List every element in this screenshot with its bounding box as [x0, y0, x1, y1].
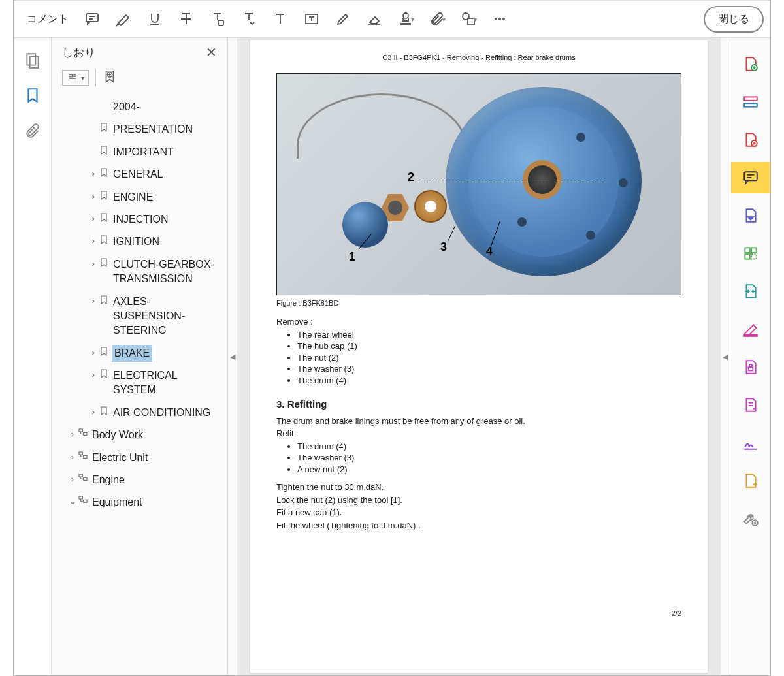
chevron-icon[interactable]: ›	[88, 191, 99, 202]
collapse-right-handle[interactable]: ◀	[721, 38, 730, 675]
bookmark-item[interactable]: ›ELECTRICAL SYSTEM	[54, 364, 227, 402]
chevron-icon[interactable]: ›	[67, 474, 78, 485]
bookmark-label: CLUTCH-GEARBOX-TRANSMISSION	[113, 259, 214, 284]
svg-rect-18	[84, 477, 87, 480]
bookmark-item[interactable]: ⌄Equipment	[54, 491, 227, 513]
text-note-icon[interactable]	[203, 5, 232, 33]
bookmark-icon	[99, 190, 112, 204]
more-tools-icon[interactable]	[731, 503, 770, 534]
protect-icon[interactable]	[731, 351, 770, 383]
bookmark-item[interactable]: ›AXLES-SUSPENSION-STEERING	[54, 291, 227, 342]
chevron-icon[interactable]: ›	[88, 258, 99, 270]
text-icon[interactable]	[266, 5, 295, 33]
create-pdf-icon[interactable]	[731, 48, 770, 80]
svg-rect-14	[84, 433, 87, 436]
bookmark-item[interactable]: PRESENTATION	[54, 118, 227, 140]
svg-rect-0	[86, 14, 98, 22]
attachments-icon[interactable]	[24, 121, 42, 140]
svg-rect-27	[751, 248, 757, 253]
highlight-icon[interactable]	[109, 5, 138, 33]
bookmarks-tree[interactable]: 2004-PRESENTATIONIMPORTANT›GENERAL›ENGIN…	[52, 93, 227, 675]
chevron-icon[interactable]: ›	[67, 451, 78, 463]
svg-point-6	[495, 18, 497, 20]
bookmarks-icon[interactable]	[24, 86, 42, 105]
bookmark-item[interactable]: ›AIR CONDITIONING	[54, 402, 227, 424]
text-callout-icon[interactable]	[235, 5, 263, 33]
bookmark-item[interactable]: IMPORTANT	[54, 141, 227, 163]
refit-title: Refit :	[276, 428, 681, 440]
bookmark-item[interactable]: ›ENGINE	[54, 186, 227, 208]
chevron-icon[interactable]: ›	[88, 406, 99, 418]
chevron-icon[interactable]: ›	[88, 235, 99, 247]
new-bookmark-icon[interactable]	[103, 69, 117, 86]
refit-heading: 3. Refitting	[276, 398, 681, 411]
export-pdf-icon[interactable]	[731, 200, 770, 231]
tree-icon	[78, 495, 91, 509]
more-icon[interactable]	[485, 5, 514, 33]
bookmark-item[interactable]: ›GENERAL	[54, 163, 227, 185]
bookmark-item[interactable]: 2004-	[54, 96, 227, 118]
svg-rect-9	[27, 54, 35, 65]
document-scroll[interactable]: C3 II - B3FG4PK1 - Removing - Refitting …	[237, 38, 721, 675]
combine-icon[interactable]	[731, 86, 770, 118]
fig-label-1: 1	[349, 250, 355, 264]
bookmark-item[interactable]: ›CLUTCH-GEARBOX-TRANSMISSION	[54, 253, 227, 291]
chevron-icon[interactable]: ›	[88, 347, 99, 359]
list-item: The hub cap (1)	[297, 340, 681, 352]
bookmark-label: PRESENTATION	[113, 123, 193, 135]
chevron-icon[interactable]: ›	[67, 428, 78, 440]
instruction-line: Lock the nut (2) using the tool [1].	[276, 494, 681, 506]
svg-rect-15	[79, 452, 82, 455]
textbox-icon[interactable]	[297, 5, 326, 33]
organize-icon[interactable]	[731, 238, 770, 269]
send-icon[interactable]	[731, 465, 770, 496]
shapes-icon[interactable]: ▾	[454, 5, 483, 33]
compress-icon[interactable]	[731, 276, 770, 307]
instruction-line: Fit a new cap (1).	[276, 507, 681, 519]
bookmark-label: Engine	[92, 474, 125, 485]
chevron-icon[interactable]: ›	[88, 168, 99, 180]
close-icon[interactable]: ✕	[206, 44, 217, 60]
chevron-icon[interactable]: ›	[88, 295, 99, 307]
chevron-icon[interactable]: ›	[88, 213, 99, 225]
list-item: The rear wheel	[297, 329, 681, 341]
chevron-icon[interactable]: ⌄	[67, 496, 78, 507]
eraser-icon[interactable]	[360, 5, 389, 33]
svg-rect-1	[218, 20, 223, 25]
bookmark-label: IGNITION	[113, 236, 159, 247]
remove-list: The rear wheelThe hub cap (1)The nut (2)…	[297, 329, 681, 387]
fig-label-4: 4	[486, 245, 493, 259]
list-item: The drum (4)	[297, 375, 681, 387]
bookmark-item[interactable]: ›Body Work	[54, 424, 227, 446]
collapse-left-handle[interactable]: ◀	[228, 38, 237, 675]
bookmark-options-button[interactable]: ▾	[62, 70, 89, 86]
bookmark-item[interactable]: ›BRAKE	[54, 342, 227, 364]
bookmark-label: Equipment	[92, 496, 142, 507]
bookmark-item[interactable]: ›INJECTION	[54, 208, 227, 231]
fill-sign-icon[interactable]	[731, 389, 770, 421]
sign-icon[interactable]	[731, 427, 770, 459]
bookmark-icon	[99, 122, 112, 137]
left-nav-rail	[14, 38, 52, 675]
chevron-icon[interactable]: ›	[88, 369, 99, 381]
close-button[interactable]: 閉じる	[704, 6, 764, 33]
bookmark-label: AIR CONDITIONING	[113, 407, 210, 418]
attach-icon[interactable]: ▾	[423, 5, 451, 33]
redact-icon[interactable]	[731, 314, 770, 345]
svg-rect-23	[744, 103, 757, 106]
svg-rect-13	[79, 429, 82, 432]
bookmark-item[interactable]: ›IGNITION	[54, 231, 227, 253]
strikethrough-icon[interactable]	[172, 5, 201, 33]
bookmark-item[interactable]: ›Electric Unit	[54, 447, 227, 469]
svg-rect-11	[69, 74, 73, 77]
stamp-icon[interactable]: ▾	[391, 5, 420, 33]
bookmark-item[interactable]: ›Engine	[54, 469, 227, 491]
thumbnails-icon[interactable]	[24, 51, 42, 69]
underline-icon[interactable]	[140, 5, 169, 33]
edit-pdf-icon[interactable]	[731, 124, 770, 155]
comment-icon[interactable]	[78, 5, 106, 33]
pencil-icon[interactable]	[329, 5, 357, 33]
bookmark-label: AXLES-SUSPENSION-STEERING	[113, 296, 185, 336]
bookmark-label: ELECTRICAL SYSTEM	[113, 370, 177, 395]
comment-tool-icon[interactable]	[731, 162, 770, 193]
